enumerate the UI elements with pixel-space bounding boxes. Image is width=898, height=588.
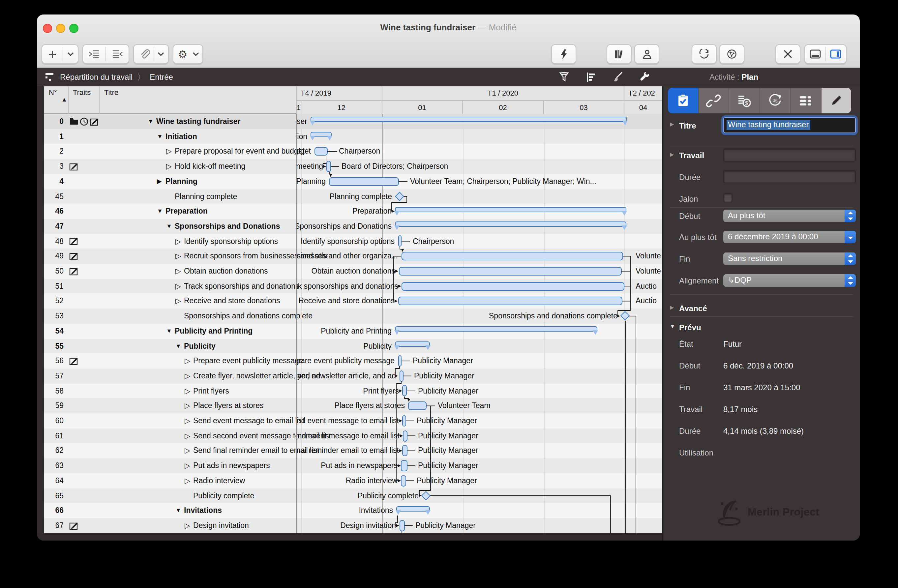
column-header-traits[interactable]: Traits	[68, 86, 100, 114]
summary-end-tip[interactable]	[327, 136, 332, 140]
combo-chevron-icon[interactable]	[844, 231, 856, 243]
gantt-summary-bar[interactable]	[395, 207, 626, 212]
row-title-cell[interactable]: ▷Prepare proposal for event and budget	[144, 144, 318, 159]
plus-icon[interactable]	[43, 45, 62, 63]
popup-stepper-icon[interactable]	[844, 210, 856, 222]
row-title-cell[interactable]: ▼Preparation	[144, 204, 309, 218]
row-title-cell[interactable]: Planning complete	[144, 189, 318, 204]
timeline-quarter[interactable]: T1 / 2020	[381, 86, 624, 100]
disclosure-icon[interactable]: ▶	[670, 304, 674, 310]
timeline-month[interactable]: 03	[543, 100, 624, 114]
gantt-short-task-bar[interactable]	[326, 161, 331, 172]
actions-button[interactable]	[551, 44, 576, 64]
format-tools-button[interactable]	[775, 44, 800, 64]
row-disclosure-icon[interactable]: ▷	[185, 368, 193, 383]
gantt-short-task-bar[interactable]	[398, 236, 401, 247]
person-icon[interactable]	[642, 45, 652, 63]
chevron-down-icon[interactable]	[154, 45, 168, 63]
row-disclosure-icon[interactable]: ▷	[175, 294, 184, 309]
timeline-quarter[interactable]: T4 / 2019	[296, 86, 381, 100]
gantt-summary-bar[interactable]	[395, 341, 430, 347]
timeline-month[interactable]: 02	[462, 100, 543, 114]
publish-button[interactable]	[719, 44, 744, 64]
summary-end-tip[interactable]	[310, 121, 315, 126]
row-disclosure-icon[interactable]: ▷	[175, 234, 184, 249]
library-button[interactable]	[607, 44, 632, 64]
summary-end-tip[interactable]	[395, 510, 401, 514]
travail-input[interactable]	[723, 148, 856, 161]
breadcrumb-view[interactable]: Répartition du travail	[60, 72, 132, 82]
outline-levels-icon[interactable]	[586, 72, 597, 83]
row-title-cell[interactable]: ▼Wine tasting fundraiser	[144, 114, 300, 129]
disclosure-icon[interactable]: ▶	[670, 152, 674, 158]
titre-input[interactable]: Wine tasting fundraiser	[723, 117, 856, 133]
tab-time-inspector[interactable]: %	[760, 88, 790, 114]
row-title-cell[interactable]: ▷Hold kick-off meeting	[144, 159, 318, 174]
summary-end-tip[interactable]	[622, 210, 627, 215]
summary-end-tip[interactable]	[394, 345, 400, 350]
timeline-quarters[interactable]: T4 / 2019T1 / 2020T2 / 202	[296, 86, 662, 100]
gantt-milestone-diamond[interactable]	[395, 192, 404, 201]
duree-input[interactable]	[723, 170, 856, 183]
row-disclosure-icon[interactable]: ▼	[175, 338, 184, 353]
alignement-popup[interactable]: ↳DQP	[723, 274, 856, 287]
style-brush-icon[interactable]	[612, 72, 624, 83]
gantt-short-task-bar[interactable]	[403, 430, 407, 441]
row-disclosure-icon[interactable]: ▶	[157, 174, 166, 189]
row-title-cell[interactable]: ▼Initiation	[144, 129, 309, 144]
gantt-summary-bar[interactable]	[311, 117, 627, 122]
gantt-short-task-bar[interactable]	[398, 355, 401, 367]
sync-button[interactable]	[692, 44, 717, 64]
popup-stepper-icon[interactable]	[844, 274, 856, 287]
row-disclosure-icon[interactable]: ▼	[166, 219, 175, 234]
settings-button[interactable]: ⚙	[173, 44, 203, 64]
column-header-title[interactable]: Titre	[100, 86, 296, 114]
indent-outdent-group[interactable]	[82, 44, 129, 64]
gantt-milestone-diamond[interactable]	[620, 312, 629, 321]
summary-end-tip[interactable]	[425, 345, 431, 350]
row-title-cell[interactable]: ▼Publicity and Printing	[144, 324, 318, 338]
disclosure-icon[interactable]: ▶	[670, 121, 674, 127]
gantt-short-task-bar[interactable]	[401, 460, 407, 471]
row-disclosure-icon[interactable]: ▷	[175, 278, 184, 293]
row-disclosure-icon[interactable]: ▼	[166, 324, 175, 338]
summary-end-tip[interactable]	[394, 210, 400, 215]
gantt-task-bar[interactable]	[398, 267, 621, 276]
row-disclosure-icon[interactable]: ▷	[166, 159, 175, 174]
row-disclosure-icon[interactable]: ▷	[175, 249, 184, 264]
gantt-short-task-bar[interactable]	[399, 520, 404, 531]
row-disclosure-icon[interactable]: ▷	[185, 399, 193, 413]
tab-notes-inspector[interactable]	[821, 88, 851, 114]
debut-popup[interactable]: Au plus tôt	[723, 210, 856, 222]
row-disclosure-icon[interactable]: ▼	[157, 204, 166, 218]
tab-task-inspector[interactable]	[668, 88, 698, 114]
row-disclosure-icon[interactable]: ▷	[185, 383, 193, 398]
summary-end-tip[interactable]	[592, 330, 598, 335]
gantt-task-bar[interactable]	[398, 297, 622, 306]
tab-assignments-inspector[interactable]	[790, 88, 821, 114]
outdent-icon[interactable]	[106, 45, 129, 63]
row-disclosure-icon[interactable]: ▼	[175, 503, 184, 518]
books-icon[interactable]	[614, 45, 625, 63]
gantt-summary-bar[interactable]	[396, 506, 429, 511]
timeline-month[interactable]: 04	[624, 100, 662, 114]
gantt-summary-bar[interactable]	[395, 222, 626, 227]
timeline-quarter[interactable]: T2 / 202	[624, 86, 662, 100]
gantt-milestone-diamond[interactable]	[421, 491, 431, 500]
row-disclosure-icon[interactable]: ▷	[175, 264, 184, 278]
au-plus-tot-combo[interactable]: 6 décembre 2019 à 00:00	[723, 231, 856, 243]
sync-icon[interactable]	[699, 45, 709, 63]
gantt-short-task-bar[interactable]	[401, 475, 406, 486]
chevron-down-icon[interactable]	[63, 45, 77, 63]
sort-ascending-icon[interactable]: ▲	[62, 96, 67, 103]
lightning-icon[interactable]	[560, 45, 568, 63]
summary-end-tip[interactable]	[622, 226, 627, 230]
indent-icon[interactable]	[83, 45, 106, 63]
gantt-short-task-bar[interactable]	[399, 370, 403, 382]
row-disclosure-icon[interactable]: ▷	[185, 428, 193, 443]
row-disclosure-icon[interactable]: ▷	[185, 443, 193, 458]
row-title-cell[interactable]: ▼Sponsorships and Donations	[144, 219, 318, 234]
row-title-cell[interactable]: ▶Planning	[144, 174, 309, 189]
breadcrumb[interactable]: Répartition du travail 〉 Entrée	[45, 68, 173, 86]
gantt-task-bar[interactable]	[314, 147, 328, 156]
